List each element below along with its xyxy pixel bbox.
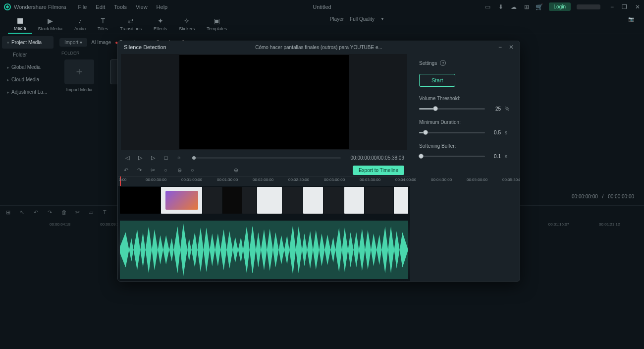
waveform-track[interactable] [118, 219, 410, 281]
player-label: Player [330, 16, 344, 22]
cut-icon[interactable]: ✂ [151, 167, 157, 174]
thumb-segment[interactable] [161, 187, 202, 214]
thumb-segment[interactable] [120, 187, 161, 214]
upgrade-button[interactable] [577, 4, 600, 9]
expand-icon: ▸ [7, 90, 9, 95]
start-button[interactable]: Start [419, 74, 455, 87]
volume-threshold-value[interactable]: 25 [489, 106, 501, 112]
progress-knob[interactable] [192, 156, 196, 160]
help-icon[interactable]: ? [440, 60, 446, 66]
thumb-segment[interactable] [242, 187, 257, 214]
minimum-duration-param: Minimum Duration: 0.5 s [419, 119, 511, 135]
undo-icon[interactable]: ↶ [124, 167, 130, 174]
apps-icon[interactable]: ⊞ [523, 3, 530, 10]
redo-icon[interactable]: ↷ [137, 167, 144, 174]
close-icon[interactable]: ✕ [635, 3, 640, 10]
minimum-duration-unit: s [505, 130, 511, 135]
menu-edit[interactable]: Edit [96, 4, 105, 10]
player-controls: Player Full Quality ▼ 📷 [330, 16, 634, 22]
tl-undo-icon[interactable]: ↶ [34, 209, 41, 216]
zoom-slider-icon[interactable]: ○ [191, 167, 197, 174]
play-icon[interactable]: ▷ [137, 154, 144, 161]
thumb-segment[interactable] [394, 187, 408, 214]
dialog-ruler[interactable]: 0:00 00:00:30:00 00:01:00:00 00:01:30:00… [118, 176, 410, 186]
tl-cursor-icon[interactable]: ↖ [20, 209, 27, 216]
slider-knob[interactable] [423, 130, 428, 135]
minimum-duration-value[interactable]: 0.5 [489, 130, 501, 135]
dialog-minimize-icon[interactable]: − [498, 44, 502, 51]
snapshot-icon[interactable]: 📷 [628, 16, 634, 22]
thumb-segment[interactable] [257, 187, 282, 214]
menu-tools[interactable]: Tools [114, 4, 127, 10]
import-media-card[interactable]: + Import Media [59, 59, 99, 92]
ai-image-button[interactable]: AI Image [91, 40, 111, 45]
softening-buffer-value[interactable]: 0.1 [489, 154, 501, 159]
slider-knob[interactable] [419, 154, 424, 159]
cloud-icon[interactable]: ☁ [510, 3, 517, 10]
tl-redo-icon[interactable]: ↷ [48, 209, 54, 216]
video-thumbnails-track[interactable] [118, 186, 410, 219]
screen-icon[interactable]: ▭ [484, 3, 491, 10]
sidebar-folder[interactable]: Folder [2, 49, 54, 61]
sidebar-project-media[interactable]: ▾Project Media [2, 36, 54, 49]
progress-bar[interactable] [192, 157, 341, 159]
dialog-body: ◁ ▷ ▷ □ ○ 00:00:00:00/00:05:38:09 ↶ ↷ ✂ … [118, 53, 520, 281]
tab-effects[interactable]: ✦Effects [148, 14, 173, 33]
maximize-icon[interactable]: ❐ [622, 3, 627, 10]
play-forward-icon[interactable]: ▷ [150, 154, 157, 161]
tab-media[interactable]: ▦Media [8, 14, 32, 34]
thumb-segment[interactable] [365, 187, 393, 214]
tab-titles[interactable]: TTitles [92, 14, 114, 33]
thumb-segment[interactable] [344, 187, 364, 214]
sidebar-global-media[interactable]: ▸Global Media [2, 61, 54, 73]
tl-crop-icon[interactable]: ▱ [89, 209, 96, 216]
minimize-icon[interactable]: − [610, 3, 614, 10]
thumb-segment[interactable] [282, 187, 302, 214]
playback-time: 00:00:00:00/00:05:38:09 [351, 155, 404, 161]
sidebar-cloud-media[interactable]: ▸Cloud Media [2, 73, 54, 86]
softening-buffer-slider[interactable] [419, 156, 485, 157]
tl-tool-1-icon[interactable]: ⊞ [6, 209, 13, 216]
softening-buffer-unit: s [505, 154, 511, 159]
thumb-segment[interactable] [303, 187, 323, 214]
menu-view[interactable]: View [136, 4, 148, 10]
minimum-duration-slider[interactable] [419, 132, 485, 133]
tab-audio[interactable]: ♪Audio [68, 14, 92, 33]
thumb-segment[interactable] [203, 187, 222, 214]
marker-icon[interactable]: ○ [175, 154, 182, 161]
plus-icon: + [64, 59, 94, 84]
import-button[interactable]: Import ▾ [59, 38, 87, 47]
category-tabs: ▦Media ▶Stock Media ♪Audio TTitles ⇄Tran… [0, 13, 644, 34]
volume-threshold-slider[interactable] [419, 108, 485, 110]
settings-header: Settings ? [419, 60, 511, 66]
tl-split-icon[interactable]: ✂ [75, 209, 82, 216]
volume-threshold-label: Volume Threshold: [419, 96, 511, 101]
tab-templates[interactable]: ▣Templates [201, 14, 233, 33]
expand-icon: ▸ [7, 65, 9, 70]
slider-knob[interactable] [433, 106, 438, 111]
frame-back-icon[interactable]: ◁ [124, 154, 131, 161]
zoom-out-icon[interactable]: ⊖ [177, 167, 184, 174]
sidebar-adjustment[interactable]: ▸Adjustment La... [2, 86, 54, 98]
save-icon[interactable]: ⬇ [497, 3, 504, 10]
export-to-timeline-button[interactable]: Export to Timeline [353, 166, 404, 175]
cart-icon[interactable]: 🛒 [536, 3, 543, 10]
dialog-close-icon[interactable]: ✕ [509, 44, 514, 51]
tab-stickers[interactable]: ✧Stickers [173, 14, 201, 33]
tl-text-icon[interactable]: T [103, 209, 110, 216]
quality-dropdown-icon[interactable]: ▼ [380, 17, 384, 21]
tl-delete-icon[interactable]: 🗑 [61, 209, 68, 216]
login-button[interactable]: Login [549, 2, 571, 11]
thumb-segment[interactable] [323, 187, 343, 214]
delete-icon[interactable]: ○ [164, 167, 170, 174]
dialog-settings-panel: Settings ? Start Volume Threshold: 25 % … [410, 53, 520, 281]
menu-help[interactable]: Help [157, 4, 168, 10]
zoom-in-icon[interactable]: ⊕ [234, 167, 240, 174]
transitions-icon: ⇄ [126, 16, 135, 25]
stop-icon[interactable]: □ [162, 154, 169, 161]
tab-stock-media[interactable]: ▶Stock Media [32, 14, 69, 33]
menu-file[interactable]: File [78, 4, 87, 10]
player-quality[interactable]: Full Quality [350, 16, 375, 22]
thumb-segment[interactable] [222, 187, 242, 214]
tab-transitions[interactable]: ⇄Transitions [114, 14, 148, 33]
